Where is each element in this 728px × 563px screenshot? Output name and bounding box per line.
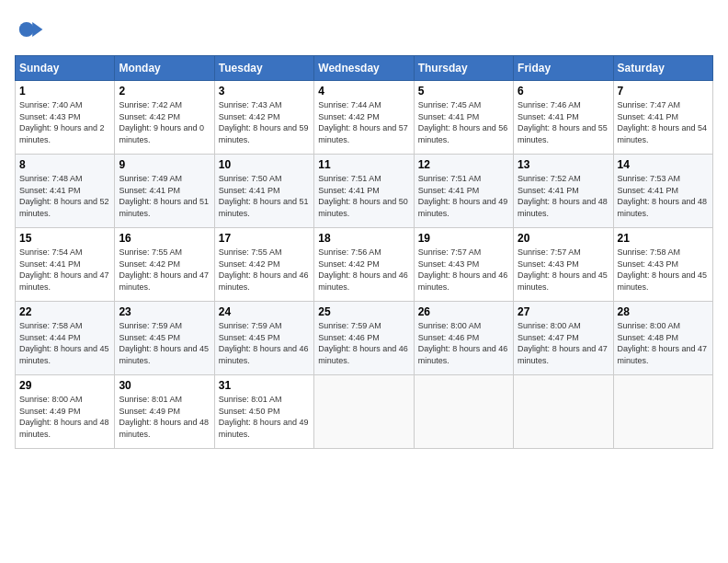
day-info: Sunrise: 7:54 AM Sunset: 4:41 PM Dayligh…: [19, 247, 110, 293]
day-cell: 6 Sunrise: 7:46 AM Sunset: 4:41 PM Dayli…: [514, 81, 613, 155]
svg-marker-1: [32, 22, 42, 37]
day-number: 16: [119, 232, 210, 245]
day-info: Sunrise: 7:55 AM Sunset: 4:42 PM Dayligh…: [119, 247, 210, 293]
day-info: Sunrise: 7:42 AM Sunset: 4:42 PM Dayligh…: [119, 99, 210, 145]
day-number: 12: [418, 158, 509, 171]
day-number: 11: [318, 158, 409, 171]
day-number: 4: [318, 85, 409, 98]
day-info: Sunrise: 8:00 AM Sunset: 4:48 PM Dayligh…: [618, 320, 709, 366]
week-row-5: 29 Sunrise: 8:00 AM Sunset: 4:49 PM Dayl…: [16, 375, 713, 449]
header-row: SundayMondayTuesdayWednesdayThursdayFrid…: [16, 56, 713, 81]
header-wednesday: Wednesday: [314, 56, 414, 81]
day-cell: 4 Sunrise: 7:44 AM Sunset: 4:42 PM Dayli…: [314, 81, 414, 155]
svg-point-0: [19, 22, 34, 37]
day-number: 24: [219, 305, 310, 318]
day-info: Sunrise: 8:00 AM Sunset: 4:47 PM Dayligh…: [518, 320, 609, 366]
day-number: 8: [19, 158, 110, 171]
day-info: Sunrise: 7:40 AM Sunset: 4:43 PM Dayligh…: [19, 99, 110, 145]
day-number: 13: [518, 158, 609, 171]
day-number: 14: [618, 158, 709, 171]
day-cell: 26 Sunrise: 8:00 AM Sunset: 4:46 PM Dayl…: [414, 302, 513, 375]
day-info: Sunrise: 7:59 AM Sunset: 4:46 PM Dayligh…: [318, 320, 409, 366]
day-cell: 25 Sunrise: 7:59 AM Sunset: 4:46 PM Dayl…: [314, 302, 414, 375]
day-number: 26: [418, 305, 509, 318]
day-number: 2: [119, 85, 210, 98]
day-number: 22: [19, 305, 110, 318]
day-cell: 7 Sunrise: 7:47 AM Sunset: 4:41 PM Dayli…: [613, 81, 712, 155]
day-number: 30: [119, 379, 210, 392]
day-number: 31: [219, 379, 310, 392]
day-number: 27: [518, 305, 609, 318]
day-cell: 16 Sunrise: 7:55 AM Sunset: 4:42 PM Dayl…: [115, 228, 214, 302]
header-monday: Monday: [115, 56, 214, 81]
day-cell: 14 Sunrise: 7:53 AM Sunset: 4:41 PM Dayl…: [613, 155, 712, 228]
header-sunday: Sunday: [16, 56, 115, 81]
day-number: 7: [618, 85, 709, 98]
day-info: Sunrise: 8:01 AM Sunset: 4:49 PM Dayligh…: [119, 394, 210, 440]
day-cell: 10 Sunrise: 7:50 AM Sunset: 4:41 PM Dayl…: [214, 155, 313, 228]
day-info: Sunrise: 7:55 AM Sunset: 4:42 PM Dayligh…: [219, 247, 310, 293]
day-info: Sunrise: 7:58 AM Sunset: 4:43 PM Dayligh…: [618, 247, 709, 293]
day-info: Sunrise: 7:52 AM Sunset: 4:41 PM Dayligh…: [518, 173, 609, 219]
day-info: Sunrise: 7:48 AM Sunset: 4:41 PM Dayligh…: [19, 173, 110, 219]
day-cell: 21 Sunrise: 7:58 AM Sunset: 4:43 PM Dayl…: [613, 228, 712, 302]
day-cell: 11 Sunrise: 7:51 AM Sunset: 4:41 PM Dayl…: [314, 155, 414, 228]
day-info: Sunrise: 7:46 AM Sunset: 4:41 PM Dayligh…: [518, 99, 609, 145]
day-number: 10: [219, 158, 310, 171]
header-thursday: Thursday: [414, 56, 513, 81]
day-cell: 29 Sunrise: 8:00 AM Sunset: 4:49 PM Dayl…: [16, 375, 115, 449]
day-info: Sunrise: 7:50 AM Sunset: 4:41 PM Dayligh…: [219, 173, 310, 219]
day-number: 28: [618, 305, 709, 318]
day-info: Sunrise: 8:00 AM Sunset: 4:46 PM Dayligh…: [418, 320, 509, 366]
day-info: Sunrise: 7:44 AM Sunset: 4:42 PM Dayligh…: [318, 99, 409, 145]
day-cell: 30 Sunrise: 8:01 AM Sunset: 4:49 PM Dayl…: [115, 375, 214, 449]
day-info: Sunrise: 7:59 AM Sunset: 4:45 PM Dayligh…: [219, 320, 310, 366]
day-number: 25: [318, 305, 409, 318]
day-info: Sunrise: 7:45 AM Sunset: 4:41 PM Dayligh…: [418, 99, 509, 145]
header-friday: Friday: [514, 56, 613, 81]
day-cell: 12 Sunrise: 7:51 AM Sunset: 4:41 PM Dayl…: [414, 155, 513, 228]
day-number: 18: [318, 232, 409, 245]
day-info: Sunrise: 7:57 AM Sunset: 4:43 PM Dayligh…: [518, 247, 609, 293]
day-cell: 24 Sunrise: 7:59 AM Sunset: 4:45 PM Dayl…: [214, 302, 313, 375]
day-number: 29: [19, 379, 110, 392]
day-cell: 8 Sunrise: 7:48 AM Sunset: 4:41 PM Dayli…: [16, 155, 115, 228]
calendar-table: SundayMondayTuesdayWednesdayThursdayFrid…: [15, 55, 713, 449]
day-cell: [314, 375, 414, 449]
day-number: 6: [518, 85, 609, 98]
day-number: 23: [119, 305, 210, 318]
day-number: 1: [19, 85, 110, 98]
day-info: Sunrise: 7:58 AM Sunset: 4:44 PM Dayligh…: [19, 320, 110, 366]
day-cell: 23 Sunrise: 7:59 AM Sunset: 4:45 PM Dayl…: [115, 302, 214, 375]
day-cell: 17 Sunrise: 7:55 AM Sunset: 4:42 PM Dayl…: [214, 228, 313, 302]
day-info: Sunrise: 7:51 AM Sunset: 4:41 PM Dayligh…: [318, 173, 409, 219]
week-row-3: 15 Sunrise: 7:54 AM Sunset: 4:41 PM Dayl…: [16, 228, 713, 302]
header-saturday: Saturday: [613, 56, 712, 81]
day-number: 21: [618, 232, 709, 245]
day-cell: 28 Sunrise: 8:00 AM Sunset: 4:48 PM Dayl…: [613, 302, 712, 375]
day-number: 17: [219, 232, 310, 245]
day-info: Sunrise: 7:51 AM Sunset: 4:41 PM Dayligh…: [418, 173, 509, 219]
logo: [15, 15, 48, 44]
day-number: 15: [19, 232, 110, 245]
day-info: Sunrise: 8:01 AM Sunset: 4:50 PM Dayligh…: [219, 394, 310, 440]
day-cell: 20 Sunrise: 7:57 AM Sunset: 4:43 PM Dayl…: [514, 228, 613, 302]
day-info: Sunrise: 7:49 AM Sunset: 4:41 PM Dayligh…: [119, 173, 210, 219]
week-row-1: 1 Sunrise: 7:40 AM Sunset: 4:43 PM Dayli…: [16, 81, 713, 155]
day-info: Sunrise: 7:43 AM Sunset: 4:42 PM Dayligh…: [219, 99, 310, 145]
page-header: [15, 15, 713, 44]
week-row-4: 22 Sunrise: 7:58 AM Sunset: 4:44 PM Dayl…: [16, 302, 713, 375]
day-cell: 19 Sunrise: 7:57 AM Sunset: 4:43 PM Dayl…: [414, 228, 513, 302]
day-number: 9: [119, 158, 210, 171]
day-cell: [613, 375, 712, 449]
day-cell: 5 Sunrise: 7:45 AM Sunset: 4:41 PM Dayli…: [414, 81, 513, 155]
day-cell: 18 Sunrise: 7:56 AM Sunset: 4:42 PM Dayl…: [314, 228, 414, 302]
day-cell: 9 Sunrise: 7:49 AM Sunset: 4:41 PM Dayli…: [115, 155, 214, 228]
logo-icon: [15, 15, 44, 44]
day-cell: 2 Sunrise: 7:42 AM Sunset: 4:42 PM Dayli…: [115, 81, 214, 155]
day-cell: 1 Sunrise: 7:40 AM Sunset: 4:43 PM Dayli…: [16, 81, 115, 155]
day-cell: 27 Sunrise: 8:00 AM Sunset: 4:47 PM Dayl…: [514, 302, 613, 375]
day-cell: 3 Sunrise: 7:43 AM Sunset: 4:42 PM Dayli…: [214, 81, 313, 155]
day-info: Sunrise: 8:00 AM Sunset: 4:49 PM Dayligh…: [19, 394, 110, 440]
day-number: 19: [418, 232, 509, 245]
